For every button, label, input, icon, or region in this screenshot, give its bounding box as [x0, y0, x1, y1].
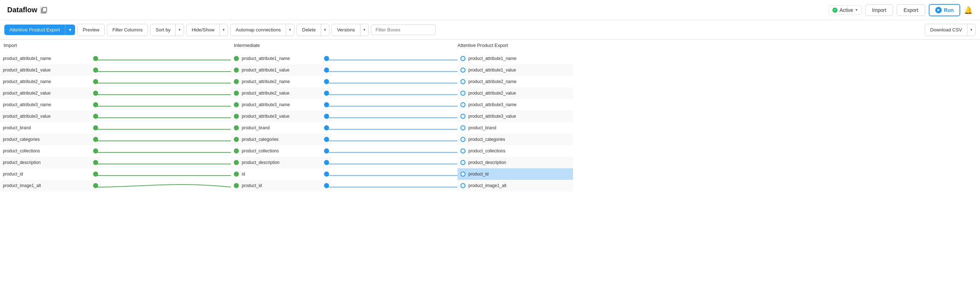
table-row: product_attribute1_name [0, 53, 101, 64]
table-row: product_attribute3_value [0, 110, 101, 122]
import-button[interactable]: Import [865, 4, 893, 16]
hide-show-arrow-icon[interactable]: ▾ [220, 24, 228, 36]
connector-dot [324, 149, 329, 153]
field-name: product_attribute3_value [3, 114, 93, 119]
connector-dot [234, 171, 239, 177]
hide-show-label[interactable]: Hide/Show [186, 24, 220, 36]
table-row: product_attribute3_name [458, 99, 573, 110]
connector-dot [234, 91, 239, 96]
connector-dot [234, 56, 239, 61]
field-name: product_collections [3, 149, 93, 153]
sort-by-arrow-icon[interactable]: ▾ [175, 24, 184, 36]
connector-dot [93, 102, 98, 107]
table-row: product_attribute1_name [458, 53, 573, 64]
field-name: product_categories [242, 137, 324, 142]
connector-dot [460, 56, 466, 61]
sort-by-label[interactable]: Sort by [151, 24, 175, 36]
field-name: product_attribute1_name [468, 56, 570, 61]
versions-arrow-icon[interactable]: ▾ [360, 24, 368, 36]
connector-dot [234, 137, 239, 142]
field-name: product_attribute1_value [3, 67, 93, 73]
table-row: product_categories [231, 134, 332, 145]
table-row: product_description [0, 157, 101, 168]
field-name: product_image1_alt [3, 183, 93, 188]
connector-dot [234, 183, 239, 188]
automap-arrow-icon[interactable]: ▾ [286, 24, 294, 36]
status-badge[interactable]: Active ▾ [829, 5, 862, 15]
connector-dot [460, 114, 466, 119]
table-row: product_attribute2_value [231, 87, 332, 99]
table-row: product_attribute3_name [231, 99, 332, 110]
connector-dot [93, 149, 98, 153]
connector-dot [460, 160, 466, 165]
connector-dot [324, 56, 329, 61]
field-name: product_brand [468, 125, 570, 130]
preview-button[interactable]: Preview [77, 24, 105, 36]
field-name: product_description [3, 160, 93, 165]
field-name: id [242, 171, 324, 177]
status-dot [832, 8, 837, 13]
run-play-icon [935, 7, 942, 13]
table-row: product_attribute2_value [0, 87, 101, 99]
bell-icon[interactable]: 🔔 [964, 6, 973, 14]
connector-dot [93, 56, 98, 61]
header-title: Dataflow [7, 6, 829, 14]
primary-button-arrow-icon[interactable]: ▾ [65, 24, 75, 35]
connector-dot [234, 114, 239, 119]
svg-rect-1 [43, 8, 46, 12]
versions-label[interactable]: Versions [332, 24, 360, 36]
header-right: Active ▾ Import Export Run 🔔 [829, 4, 973, 16]
automap-button[interactable]: Automap connections ▾ [230, 24, 294, 36]
field-name: product_attribute1_value [468, 67, 570, 73]
delete-arrow-icon[interactable]: ▾ [321, 24, 329, 36]
field-name: product_attribute1_name [242, 56, 324, 61]
table-row: product_attribute1_value [0, 64, 101, 76]
table-row: product_collections [231, 145, 332, 157]
filter-columns-label[interactable]: Filter Columns [107, 24, 148, 36]
copy-icon[interactable] [40, 6, 47, 14]
field-name: product_attribute2_name [468, 79, 570, 84]
table-row: product_attribute2_name [0, 76, 101, 87]
connector-dot [93, 79, 98, 84]
delete-button[interactable]: Delete ▾ [297, 24, 329, 36]
download-csv-arrow-icon[interactable]: ▾ [967, 24, 975, 36]
primary-button[interactable]: Attentive Product Export ▾ [4, 24, 75, 35]
delete-label[interactable]: Delete [297, 24, 321, 36]
versions-button[interactable]: Versions ▾ [332, 24, 369, 36]
connector-dot [93, 91, 98, 96]
connector-dot [460, 149, 466, 153]
connector-dot [93, 114, 98, 119]
field-name: product_attribute2_name [3, 79, 93, 84]
download-csv-label[interactable]: Download CSV [925, 24, 967, 36]
table-row: product_attribute2_name [458, 76, 573, 87]
field-name: product_attribute2_name [242, 79, 324, 84]
import-column-label: Import [3, 43, 17, 48]
preview-button-label[interactable]: Preview [78, 24, 104, 36]
automap-label[interactable]: Automap connections [231, 24, 286, 36]
export-column: product_attribute1_name product_attribut… [458, 53, 573, 192]
connector-dot [324, 114, 329, 119]
connector-dot [324, 67, 329, 73]
connector-dot [234, 149, 239, 153]
field-name: product_brand [242, 125, 324, 130]
field-name: product_attribute1_value [242, 67, 324, 73]
toolbar: Attentive Product Export ▾ Preview Filte… [0, 20, 980, 40]
run-button[interactable]: Run [929, 4, 960, 16]
field-name: product_categories [3, 137, 93, 142]
download-csv-button[interactable]: Download CSV ▾ [925, 24, 976, 36]
table-row: product_attribute1_name [231, 53, 332, 64]
table-row: id [231, 168, 332, 180]
connector-dot [324, 160, 329, 165]
filter-columns-button[interactable]: Filter Columns [107, 24, 148, 36]
sort-by-button[interactable]: Sort by ▾ [150, 24, 184, 36]
field-name: product_collections [468, 149, 570, 153]
field-name: product_image1_alt [468, 183, 570, 188]
field-name: product_attribute2_value [3, 91, 93, 96]
field-name: product_attribute3_name [3, 102, 93, 107]
hide-show-button[interactable]: Hide/Show ▾ [186, 24, 228, 36]
filter-boxes-input[interactable] [371, 24, 436, 35]
export-button[interactable]: Export [897, 4, 925, 16]
status-label: Active [840, 7, 853, 13]
table-row: product_attribute1_value [231, 64, 332, 76]
connector-dot [460, 67, 466, 73]
